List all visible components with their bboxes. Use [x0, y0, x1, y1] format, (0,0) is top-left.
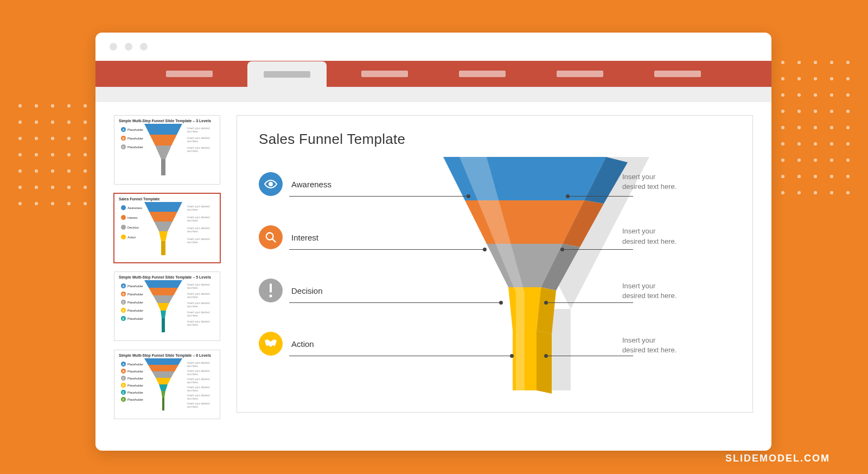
connector-line	[289, 196, 468, 197]
svg-marker-10	[149, 288, 178, 295]
ribbon-tab[interactable]	[540, 61, 620, 87]
stage-label: Action	[291, 339, 314, 349]
ribbon-tab[interactable]	[150, 61, 229, 87]
stage-desc: Insert your desired text here.	[622, 281, 731, 301]
stage-label: Decision	[291, 286, 323, 295]
svg-marker-1	[150, 135, 177, 146]
thumb-legend: APlaceholder BPlaceholder CPlaceholder D…	[121, 283, 143, 321]
thumb-legend: APlaceholder BPlaceholder CPlaceholder	[121, 127, 143, 149]
stage-item-interest: Interest	[259, 225, 449, 249]
svg-marker-12	[157, 303, 169, 311]
thumb-title: Sales Funnel Template	[119, 197, 215, 201]
thumb-funnel-icon	[142, 202, 185, 256]
thumb-desc-col: Insert your desired text here. Insert yo…	[187, 127, 213, 153]
connector-line	[546, 356, 633, 356]
svg-marker-18	[156, 378, 171, 384]
svg-marker-4	[144, 202, 182, 212]
svg-marker-17	[152, 371, 175, 378]
thumb-desc-col: Insert your desired text here. Insert yo…	[187, 362, 213, 408]
svg-marker-3	[161, 159, 165, 175]
connector-line	[289, 249, 484, 250]
svg-marker-5	[149, 212, 177, 222]
ribbon-tab[interactable]	[345, 61, 424, 87]
svg-marker-2	[155, 146, 171, 159]
app-window: Simple Multi-Step Funnel Slide Template …	[95, 33, 771, 451]
slide-thumb-2[interactable]: Sales Funnel Template Awareness Interest…	[114, 193, 220, 263]
exclamation-icon	[259, 279, 283, 302]
thumb-legend: Awareness Interest Decision Action	[121, 205, 142, 239]
slide-thumb-4[interactable]: Simple Multi-Step Funnel Slide Template …	[114, 350, 220, 419]
eye-icon	[259, 172, 283, 196]
svg-point-38	[269, 294, 272, 297]
svg-marker-7	[159, 231, 168, 241]
slide-thumb-3[interactable]: Simple Multi-Step Funnel Slide Template …	[114, 271, 220, 341]
thumb-desc-col: Insert your desired text here. Insert yo…	[187, 205, 213, 244]
svg-point-34	[269, 182, 272, 186]
window-dot	[125, 43, 132, 50]
thumb-funnel-icon	[142, 280, 185, 334]
slide-thumbnails: Simple Multi-Step Funnel Slide Template …	[114, 115, 220, 419]
svg-marker-8	[161, 241, 165, 255]
svg-rect-37	[270, 283, 272, 293]
slide-thumb-1[interactable]: Simple Multi-Step Funnel Slide Template …	[114, 115, 220, 185]
svg-marker-16	[148, 365, 178, 371]
svg-marker-20	[161, 391, 165, 397]
content-area: Simple Multi-Step Funnel Slide Template …	[95, 102, 771, 432]
svg-marker-32	[537, 331, 552, 394]
connector-line	[546, 302, 633, 303]
funnel-left-items: Awareness Interest Decision	[259, 172, 449, 385]
ribbon-tab[interactable]	[443, 61, 522, 87]
thumb-desc-col: Insert your desired text here. Insert yo…	[187, 283, 213, 326]
stage-item-action: Action	[259, 332, 449, 356]
funnel-right-texts: Insert your desired text here. Insert yo…	[622, 172, 731, 390]
thumb-funnel-icon	[142, 358, 185, 413]
handshake-icon	[259, 332, 283, 356]
stage-desc: Insert your desired text here.	[622, 336, 731, 355]
watermark: SLIDEMODEL.COM	[725, 453, 830, 464]
thumb-title: Simple Multi-Step Funnel Slide Template …	[119, 119, 215, 123]
connector-line	[289, 302, 501, 303]
svg-marker-19	[159, 384, 168, 391]
thumb-title: Simple Multi-Step Funnel Slide Template …	[119, 275, 215, 279]
stage-label: Interest	[291, 233, 318, 242]
slide-canvas[interactable]: Sales Funnel Template	[237, 115, 753, 413]
svg-marker-9	[144, 280, 182, 288]
stage-label: Awareness	[291, 180, 331, 189]
thumb-legend: APlaceholder BPlaceholder CPlaceholder D…	[121, 362, 143, 402]
svg-line-36	[272, 239, 276, 242]
stage-item-awareness: Awareness	[259, 172, 449, 196]
ribbon	[95, 61, 771, 87]
svg-marker-15	[144, 358, 182, 365]
stage-item-decision: Decision	[259, 279, 449, 302]
magnifier-icon	[259, 225, 283, 249]
funnel-chart	[443, 157, 628, 396]
ribbon-area	[95, 61, 771, 102]
slide-stage: Awareness Interest Decision	[259, 157, 731, 401]
window-dot	[140, 43, 148, 50]
slide-title: Sales Funnel Template	[259, 131, 731, 148]
stage-desc: Insert your desired text here.	[622, 226, 731, 246]
svg-marker-13	[161, 311, 166, 318]
window-dot	[110, 43, 117, 50]
ribbon-tab[interactable]	[638, 61, 717, 87]
thumb-title: Simple Multi-Step Funnel Slide Template …	[119, 353, 215, 357]
titlebar	[95, 33, 771, 61]
svg-point-35	[266, 233, 273, 240]
svg-marker-11	[153, 295, 174, 303]
svg-marker-14	[162, 318, 165, 332]
svg-marker-0	[144, 124, 182, 135]
connector-line	[289, 356, 512, 356]
ribbon-tab-active[interactable]	[247, 61, 327, 87]
svg-marker-21	[162, 397, 164, 410]
stage-desc: Insert your desired text here.	[622, 172, 731, 192]
svg-marker-6	[154, 222, 173, 231]
thumb-funnel-icon	[142, 124, 185, 178]
